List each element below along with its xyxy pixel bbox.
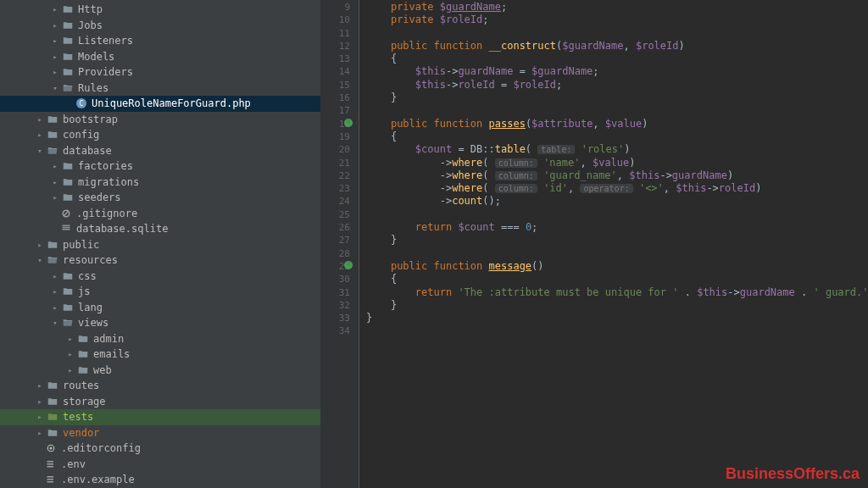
chevron-right-icon[interactable]: ▸ [51, 162, 59, 170]
override-icon[interactable]: O [344, 119, 353, 127]
chevron-right-icon[interactable]: ▸ [51, 53, 59, 61]
tree-item-uniquerolenameforguard-php[interactable]: CUniqueRoleNameForGuard.php [0, 96, 320, 112]
code-line[interactable]: public function message() [366, 260, 868, 273]
tree-item-tests[interactable]: ▸tests [0, 409, 320, 425]
code-line[interactable]: } [366, 312, 868, 324]
tree-item-listeners[interactable]: ▸Listeners [0, 33, 320, 49]
chevron-right-icon[interactable]: ▸ [36, 413, 44, 421]
chevron-right-icon[interactable]: ▸ [51, 193, 59, 202]
folder-icon [46, 396, 59, 407]
code-line[interactable]: { [366, 130, 868, 143]
code-line[interactable]: private $roleId; [366, 14, 868, 26]
chevron-right-icon[interactable]: ▸ [51, 5, 59, 14]
svg-rect-8 [47, 463, 54, 464]
chevron-right-icon[interactable]: ▸ [66, 366, 75, 374]
code-line[interactable]: $count = DB::table( table: 'roles') [366, 143, 868, 156]
chevron-right-icon[interactable]: ▸ [66, 350, 75, 358]
line-number: 18O [320, 118, 350, 130]
chevron-right-icon[interactable]: ▸ [51, 272, 59, 280]
code-line[interactable] [366, 104, 868, 117]
tree-item-database-sqlite[interactable]: database.sqlite [0, 221, 320, 237]
chevron-down-icon[interactable]: ▾ [36, 256, 44, 264]
folder-icon [61, 67, 75, 77]
tree-item-models[interactable]: ▸Models [0, 49, 320, 65]
code-area[interactable]: private $guardName; private $roleId; pub… [359, 0, 868, 488]
tree-item--editorconfig[interactable]: .editorconfig [0, 441, 320, 457]
chevron-right-icon[interactable]: ▸ [51, 36, 59, 45]
code-line[interactable]: { [366, 273, 868, 286]
tree-item-css[interactable]: ▸css [0, 269, 320, 285]
chevron-right-icon[interactable]: ▸ [36, 115, 44, 124]
code-line[interactable]: public function passes($attribute, $valu… [366, 118, 868, 130]
tree-item-bootstrap[interactable]: ▸bootstrap [0, 112, 320, 128]
tree-label: Http [78, 3, 103, 15]
chevron-right-icon[interactable]: ▸ [51, 178, 59, 186]
tree-label: .editorconfig [61, 442, 141, 454]
chevron-down-icon[interactable]: ▾ [51, 84, 59, 92]
chevron-right-icon[interactable]: ▸ [51, 68, 59, 76]
tree-item-vendor[interactable]: ▸vendor [0, 425, 320, 441]
tree-item--env-example[interactable]: .env.example [0, 472, 320, 488]
override-icon[interactable]: O [344, 261, 353, 269]
chevron-down-icon[interactable]: ▾ [51, 319, 59, 327]
tree-item-lang[interactable]: ▸lang [0, 300, 320, 316]
tree-item-resources[interactable]: ▾resources [0, 252, 320, 269]
project-tree[interactable]: ▸Http▸Jobs▸Listeners▸Models▸Providers▾Ru… [0, 0, 320, 488]
code-line[interactable]: } [366, 234, 868, 247]
tree-label: views [78, 317, 108, 329]
tree-item-web[interactable]: ▸web [0, 363, 320, 379]
tree-item-seeders[interactable]: ▸seeders [0, 190, 320, 206]
chevron-right-icon[interactable]: ▸ [36, 381, 44, 390]
chevron-right-icon[interactable]: ▸ [51, 21, 59, 30]
code-line[interactable] [366, 208, 868, 221]
chevron-right-icon[interactable]: ▸ [36, 241, 44, 249]
folder-icon [61, 192, 75, 202]
code-line[interactable]: ->where( column: 'name', $value) [366, 157, 868, 169]
code-line[interactable] [366, 27, 868, 40]
code-line[interactable]: $this->guardName = $guardName; [366, 65, 868, 78]
chevron-right-icon[interactable]: ▸ [51, 303, 59, 312]
tree-item--gitignore[interactable]: .gitignore [0, 206, 320, 222]
tree-item-providers[interactable]: ▸Providers [0, 64, 320, 80]
tree-item-emails[interactable]: ▸emails [0, 347, 320, 363]
svg-rect-10 [47, 477, 54, 478]
code-line[interactable]: private $guardName; [366, 1, 868, 14]
chevron-right-icon[interactable]: ▸ [66, 335, 75, 343]
tree-item-http[interactable]: ▸Http [0, 2, 320, 18]
tree-item-migrations[interactable]: ▸migrations [0, 175, 320, 191]
code-line[interactable]: ->count(); [366, 195, 868, 208]
code-line[interactable]: return 'The :attribute must be unique fo… [366, 286, 868, 299]
tree-item-admin[interactable]: ▸admin [0, 331, 320, 347]
svg-rect-12 [47, 482, 54, 483]
code-line[interactable]: ->where( column: 'id', operator: '<>', $… [366, 182, 868, 195]
code-line[interactable]: { [366, 53, 868, 65]
tree-item-routes[interactable]: ▸routes [0, 378, 320, 394]
chevron-right-icon[interactable]: ▸ [36, 397, 44, 406]
tree-item-config[interactable]: ▸config [0, 127, 320, 143]
tree-item--env[interactable]: .env [0, 457, 320, 473]
chevron-right-icon[interactable]: ▸ [51, 287, 59, 296]
code-line[interactable]: ->where( column: 'guard_name', $this->gu… [366, 169, 868, 182]
line-number: 34 [320, 324, 350, 337]
tree-label: Providers [78, 66, 133, 78]
code-line[interactable]: } [366, 299, 868, 312]
tree-item-factories[interactable]: ▸factories [0, 158, 320, 175]
tree-item-database[interactable]: ▾database [0, 143, 320, 159]
code-line[interactable]: public function __construct($guardName, … [366, 40, 868, 53]
tree-item-public[interactable]: ▸public [0, 237, 320, 253]
chevron-right-icon[interactable]: ▸ [36, 130, 44, 139]
tree-item-js[interactable]: ▸js [0, 284, 320, 300]
code-line[interactable]: } [366, 92, 868, 104]
tree-item-rules[interactable]: ▾Rules [0, 80, 320, 97]
tree-item-views[interactable]: ▾views [0, 315, 320, 331]
code-line[interactable] [366, 324, 868, 337]
code-line[interactable]: $this->roleId = $roleId; [366, 79, 868, 92]
chevron-right-icon[interactable]: ▸ [36, 429, 44, 437]
chevron-down-icon[interactable]: ▾ [36, 147, 44, 155]
tree-item-storage[interactable]: ▸storage [0, 394, 320, 410]
code-line[interactable]: return $count === 0; [366, 221, 868, 234]
code-line[interactable] [366, 247, 868, 260]
tree-label: UniqueRoleNameForGuard.php [92, 97, 251, 109]
code-editor[interactable]: 9101112131415161718O19202122232425262728… [320, 0, 868, 488]
tree-item-jobs[interactable]: ▸Jobs [0, 18, 320, 34]
